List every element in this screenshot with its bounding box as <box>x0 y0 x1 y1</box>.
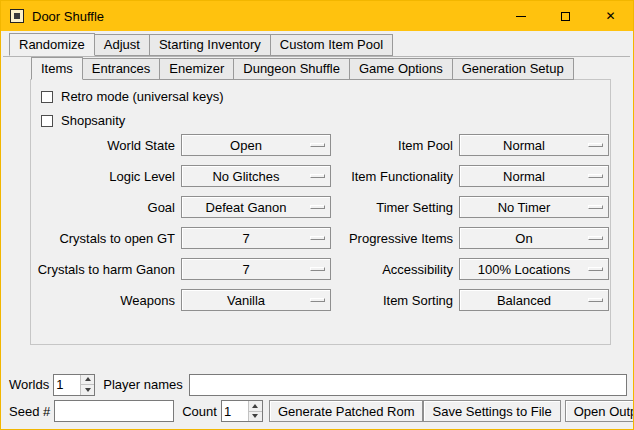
close-button[interactable]: ✕ <box>588 1 633 31</box>
item-functionality-value: Normal <box>460 169 588 184</box>
app-icon <box>10 9 24 23</box>
worlds-label: Worlds <box>9 377 49 392</box>
down-arrow-icon <box>252 414 258 418</box>
retro-mode-checkbox-row[interactable]: Retro mode (universal keys) <box>41 89 224 104</box>
count-label: Count <box>182 404 217 419</box>
menu-indicator-icon <box>588 143 603 147</box>
seed-row: Seed # Count Generate Patched Rom Save S… <box>9 399 628 423</box>
item-functionality-label: Item Functionality <box>337 169 453 184</box>
item-pool-label: Item Pool <box>337 138 453 153</box>
item-functionality-dropdown[interactable]: Normal <box>459 165 609 187</box>
goal-dropdown[interactable]: Defeat Ganon <box>181 196 331 218</box>
tab-randomize[interactable]: Randomize <box>9 33 95 56</box>
timer-setting-dropdown[interactable]: No Timer <box>459 196 609 218</box>
tab-dungeon-shuffle[interactable]: Dungeon Shuffle <box>233 58 350 80</box>
menu-indicator-icon <box>310 236 325 240</box>
window-controls: ✕ <box>498 1 633 31</box>
shopsanity-checkbox[interactable] <box>41 115 53 127</box>
tab-game-options[interactable]: Game Options <box>349 58 453 80</box>
minimize-icon <box>516 16 526 17</box>
count-spin-down[interactable] <box>249 411 262 422</box>
worlds-spin-down[interactable] <box>81 384 94 395</box>
menu-indicator-icon <box>588 174 603 178</box>
menu-indicator-icon <box>310 267 325 271</box>
logic-level-dropdown[interactable]: No Glitches <box>181 165 331 187</box>
item-pool-dropdown[interactable]: Normal <box>459 134 609 156</box>
maximize-button[interactable] <box>543 1 588 31</box>
tab-adjust[interactable]: Adjust <box>94 34 150 56</box>
close-icon: ✕ <box>605 10 615 22</box>
outer-tab-bar: Randomize Adjust Starting Inventory Cust… <box>9 34 392 56</box>
worlds-spinbox[interactable] <box>53 374 95 396</box>
logic-level-label: Logic Level <box>35 169 175 184</box>
menu-indicator-icon <box>588 267 603 271</box>
goal-value: Defeat Ganon <box>182 200 310 215</box>
player-names-input[interactable] <box>189 374 627 396</box>
minimize-button[interactable] <box>498 1 543 31</box>
crystals-harm-ganon-label: Crystals to harm Ganon <box>35 262 175 277</box>
menu-indicator-icon <box>310 205 325 209</box>
crystals-harm-ganon-dropdown[interactable]: 7 <box>181 258 331 280</box>
worlds-spin-up[interactable] <box>81 375 94 385</box>
timer-setting-value: No Timer <box>460 200 588 215</box>
count-input[interactable] <box>222 401 248 421</box>
window-title: Door Shuffle <box>32 9 104 24</box>
world-state-dropdown[interactable]: Open <box>181 134 331 156</box>
seed-input[interactable] <box>54 400 174 422</box>
item-sorting-dropdown[interactable]: Balanced <box>459 289 609 311</box>
settings-grid: World State Open Item Pool Normal Logic … <box>35 134 609 311</box>
item-pool-value: Normal <box>460 138 588 153</box>
menu-indicator-icon <box>310 298 325 302</box>
maximize-icon <box>561 12 570 21</box>
progressive-items-value: On <box>460 231 588 246</box>
accessibility-value: 100% Locations <box>460 262 588 277</box>
retro-mode-label: Retro mode (universal keys) <box>61 89 224 104</box>
count-spinbox[interactable] <box>221 400 263 422</box>
world-state-label: World State <box>35 138 175 153</box>
titlebar[interactable]: Door Shuffle ✕ <box>1 1 633 31</box>
menu-indicator-icon <box>588 236 603 240</box>
open-output-directory-button[interactable]: Open Output Directory <box>565 400 634 422</box>
tab-generation-setup[interactable]: Generation Setup <box>452 58 574 80</box>
accessibility-label: Accessibility <box>337 262 453 277</box>
menu-indicator-icon <box>310 143 325 147</box>
item-sorting-label: Item Sorting <box>337 293 453 308</box>
shopsanity-label: Shopsanity <box>61 113 125 128</box>
outer-pane-border <box>3 56 630 57</box>
tab-items[interactable]: Items <box>31 57 83 80</box>
progressive-items-dropdown[interactable]: On <box>459 227 609 249</box>
timer-setting-label: Timer Setting <box>337 200 453 215</box>
worlds-input[interactable] <box>54 375 80 395</box>
crystals-open-gt-value: 7 <box>182 231 310 246</box>
seed-label: Seed # <box>9 404 50 419</box>
up-arrow-icon <box>252 404 258 408</box>
menu-indicator-icon <box>588 205 603 209</box>
app-window: Door Shuffle ✕ Randomize Adjust Starting… <box>0 0 634 430</box>
crystals-open-gt-label: Crystals to open GT <box>35 231 175 246</box>
tab-entrances[interactable]: Entrances <box>82 58 161 80</box>
worlds-row: Worlds Player names <box>9 373 627 396</box>
retro-mode-checkbox[interactable] <box>41 91 53 103</box>
goal-label: Goal <box>35 200 175 215</box>
inner-tab-bar: Items Entrances Enemizer Dungeon Shuffle… <box>31 58 573 80</box>
crystals-open-gt-dropdown[interactable]: 7 <box>181 227 331 249</box>
save-settings-button[interactable]: Save Settings to File <box>423 400 560 422</box>
crystals-harm-ganon-value: 7 <box>182 262 310 277</box>
logic-level-value: No Glitches <box>182 169 310 184</box>
tab-starting-inventory[interactable]: Starting Inventory <box>149 34 271 56</box>
item-sorting-value: Balanced <box>460 293 588 308</box>
tab-enemizer[interactable]: Enemizer <box>159 58 234 80</box>
shopsanity-checkbox-row[interactable]: Shopsanity <box>41 113 125 128</box>
app-icon-detail <box>14 13 20 19</box>
accessibility-dropdown[interactable]: 100% Locations <box>459 258 609 280</box>
menu-indicator-icon <box>310 174 325 178</box>
generate-patched-rom-button[interactable]: Generate Patched Rom <box>269 400 424 422</box>
tab-custom-item-pool[interactable]: Custom Item Pool <box>270 34 393 56</box>
weapons-label: Weapons <box>35 293 175 308</box>
weapons-dropdown[interactable]: Vanilla <box>181 289 331 311</box>
count-spin-buttons <box>248 401 262 421</box>
worlds-spin-buttons <box>80 375 94 395</box>
weapons-value: Vanilla <box>182 293 310 308</box>
count-spin-up[interactable] <box>249 401 262 411</box>
items-tab-pane: Retro mode (universal keys) Shopsanity W… <box>30 79 611 345</box>
